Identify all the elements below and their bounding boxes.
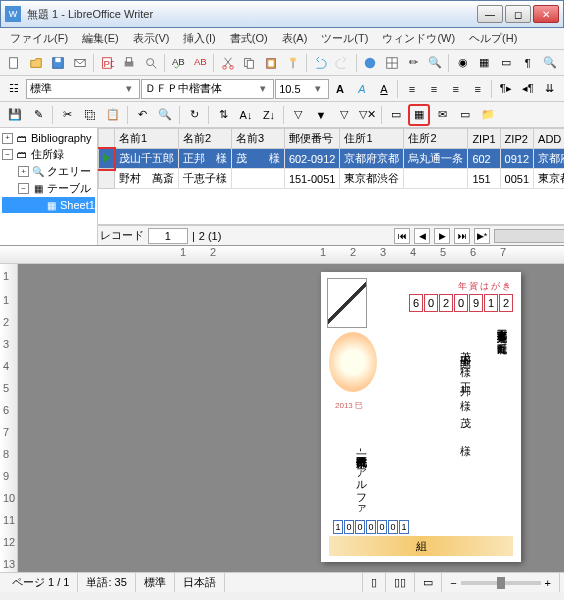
cell[interactable]: 野村 萬斎 bbox=[114, 169, 178, 189]
cell[interactable]: 烏丸通一条 bbox=[404, 149, 468, 169]
zoom-icon[interactable]: 🔍 bbox=[539, 52, 560, 74]
nonprinting-icon[interactable]: ¶ bbox=[517, 52, 538, 74]
cell[interactable]: 151 bbox=[468, 169, 500, 189]
cell[interactable]: 東京都 bbox=[534, 169, 564, 189]
gallery-icon[interactable]: ▦ bbox=[474, 52, 495, 74]
row-selector[interactable] bbox=[98, 169, 114, 189]
cell[interactable] bbox=[231, 169, 284, 189]
close-button[interactable]: ✕ bbox=[533, 5, 559, 23]
email-icon[interactable] bbox=[69, 52, 90, 74]
col-name2[interactable]: 名前2 bbox=[178, 129, 231, 149]
cell[interactable] bbox=[404, 169, 468, 189]
edit-data-icon[interactable]: ✎ bbox=[27, 104, 49, 126]
standard-filter-icon[interactable]: ▽ bbox=[333, 104, 355, 126]
data-grid[interactable]: 名前1 名前2 名前3 郵便番号 住所1 住所2 ZIP1 ZIP2 ADD 茂… bbox=[98, 128, 564, 225]
view-book-icon[interactable]: ▭ bbox=[415, 573, 442, 592]
cell[interactable]: 正邦 様 bbox=[178, 149, 231, 169]
align-right-icon[interactable]: ≡ bbox=[445, 78, 466, 100]
datasource-tree[interactable]: +🗃Bibliography −🗃住所録 +🔍クエリー −▦テーブル ▦Shee… bbox=[0, 128, 98, 245]
spellcheck-icon[interactable]: ABC bbox=[168, 52, 189, 74]
expand-icon[interactable]: + bbox=[18, 166, 29, 177]
cell[interactable]: 茂山千五郎 bbox=[114, 149, 178, 169]
copy2-icon[interactable]: ⿻ bbox=[79, 104, 101, 126]
new-record-icon[interactable]: ▶* bbox=[474, 228, 490, 244]
menu-table[interactable]: 表(A) bbox=[276, 29, 314, 48]
auto-spellcheck-icon[interactable]: ABC bbox=[190, 52, 211, 74]
refresh-icon[interactable]: ↻ bbox=[183, 104, 205, 126]
format-paintbrush-icon[interactable] bbox=[282, 52, 303, 74]
table-icon[interactable] bbox=[381, 52, 402, 74]
align-left-icon[interactable]: ≡ bbox=[401, 78, 422, 100]
prev-record-icon[interactable]: ◀ bbox=[414, 228, 430, 244]
cell[interactable]: 0051 bbox=[500, 169, 533, 189]
row-selector-current[interactable] bbox=[98, 149, 114, 169]
table-row[interactable]: 茂山千五郎 正邦 様 茂 様 602-0912 京都府京都 烏丸通一条 602 … bbox=[98, 149, 564, 169]
menu-view[interactable]: 表示(V) bbox=[127, 29, 176, 48]
font-size-combo[interactable]: 10.5▾ bbox=[275, 79, 328, 99]
new-icon[interactable] bbox=[4, 52, 25, 74]
undo-icon[interactable] bbox=[310, 52, 331, 74]
justify-icon[interactable]: ≡ bbox=[467, 78, 488, 100]
menu-format[interactable]: 書式(O) bbox=[224, 29, 274, 48]
apply-filter-icon[interactable]: ▼ bbox=[310, 104, 332, 126]
cell[interactable]: 茂 様 bbox=[231, 149, 284, 169]
drawing-icon[interactable]: ✏ bbox=[403, 52, 424, 74]
collapse-icon[interactable]: − bbox=[2, 149, 13, 160]
record-number-input[interactable] bbox=[148, 228, 188, 244]
expand-icon[interactable]: + bbox=[2, 133, 13, 144]
preview-icon[interactable] bbox=[140, 52, 161, 74]
status-style[interactable]: 標準 bbox=[136, 573, 175, 592]
menu-help[interactable]: ヘルプ(H) bbox=[463, 29, 523, 48]
sort-desc-icon[interactable]: Z↓ bbox=[258, 104, 280, 126]
mailmerge-icon[interactable]: ✉ bbox=[431, 104, 453, 126]
underline-icon[interactable]: A bbox=[374, 78, 395, 100]
save-record-icon[interactable]: 💾 bbox=[4, 104, 26, 126]
document-canvas[interactable]: 年賀はがき 6 0 2 0 9 1 2 京都府京都市上京区 烏丸通一条下る龍前町… bbox=[18, 264, 564, 572]
italic-icon[interactable]: A bbox=[352, 78, 373, 100]
col-zip2[interactable]: ZIP2 bbox=[500, 129, 533, 149]
maximize-button[interactable]: ◻ bbox=[505, 5, 531, 23]
vertical-ruler[interactable]: 1 12 34 56 78 910 1112 13 bbox=[0, 264, 18, 572]
sort-icon[interactable]: ⇅ bbox=[212, 104, 234, 126]
cell[interactable]: 千恵子様 bbox=[178, 169, 231, 189]
menu-file[interactable]: ファイル(F) bbox=[4, 29, 74, 48]
view-single-icon[interactable]: ▯ bbox=[363, 573, 386, 592]
postcard-page[interactable]: 年賀はがき 6 0 2 0 9 1 2 京都府京都市上京区 烏丸通一条下る龍前町… bbox=[321, 272, 521, 562]
status-insert-mode[interactable] bbox=[346, 573, 363, 592]
zoom-out-icon[interactable]: − bbox=[450, 577, 456, 589]
autofilter-icon[interactable]: ▽ bbox=[287, 104, 309, 126]
explorer-icon[interactable]: 📁 bbox=[477, 104, 499, 126]
col-add[interactable]: ADD bbox=[534, 129, 564, 149]
status-language[interactable]: 日本語 bbox=[175, 573, 225, 592]
cell[interactable]: 京都府 bbox=[534, 149, 564, 169]
menu-tools[interactable]: ツール(T) bbox=[315, 29, 374, 48]
ltr-icon[interactable]: ¶▸ bbox=[495, 78, 516, 100]
save-icon[interactable] bbox=[47, 52, 68, 74]
cell[interactable]: 602-0912 bbox=[284, 149, 340, 169]
print-icon[interactable] bbox=[119, 52, 140, 74]
rtl-icon[interactable]: ◂¶ bbox=[517, 78, 538, 100]
col-addr2[interactable]: 住所2 bbox=[404, 129, 468, 149]
zoom-slider[interactable] bbox=[461, 581, 541, 585]
col-name1[interactable]: 名前1 bbox=[114, 129, 178, 149]
datasources-icon[interactable]: ▭ bbox=[496, 52, 517, 74]
col-zip1[interactable]: ZIP1 bbox=[468, 129, 500, 149]
open-icon[interactable] bbox=[26, 52, 47, 74]
table-row[interactable]: 野村 萬斎 千恵子様 151-0051 東京都渋谷 151 0051 東京都 bbox=[98, 169, 564, 189]
col-addr1[interactable]: 住所1 bbox=[340, 129, 404, 149]
navigator-icon[interactable]: ◉ bbox=[452, 52, 473, 74]
row-header-corner[interactable] bbox=[98, 129, 114, 149]
view-multi-icon[interactable]: ▯▯ bbox=[386, 573, 415, 592]
hyperlink-icon[interactable] bbox=[359, 52, 380, 74]
align-center-icon[interactable]: ≡ bbox=[423, 78, 444, 100]
ttb-icon[interactable]: ⇊ bbox=[539, 78, 560, 100]
copy-icon[interactable] bbox=[239, 52, 260, 74]
current-doc-datasource-icon[interactable]: ▭ bbox=[454, 104, 476, 126]
cell[interactable]: 東京都渋谷 bbox=[340, 169, 404, 189]
tree-table[interactable]: テーブル bbox=[47, 181, 91, 196]
redo-icon[interactable] bbox=[332, 52, 353, 74]
menu-edit[interactable]: 編集(E) bbox=[76, 29, 125, 48]
col-zip[interactable]: 郵便番号 bbox=[284, 129, 340, 149]
undo2-icon[interactable]: ↶ bbox=[131, 104, 153, 126]
paste-icon[interactable] bbox=[261, 52, 282, 74]
